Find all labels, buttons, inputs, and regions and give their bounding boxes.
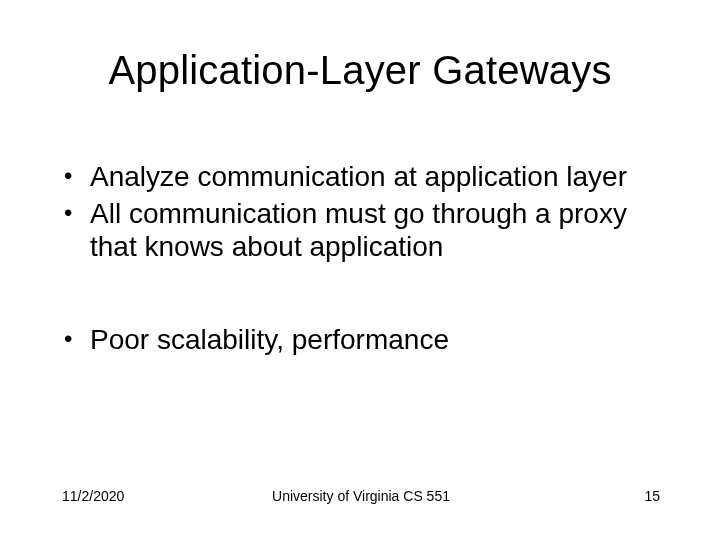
slide: Application-Layer Gateways Analyze commu… — [0, 0, 720, 540]
footer-page-number: 15 — [644, 488, 660, 504]
bullet-item: Poor scalability, performance — [62, 323, 660, 356]
slide-footer: 11/2/2020 University of Virginia CS 551 … — [62, 488, 660, 504]
slide-title: Application-Layer Gateways — [0, 48, 720, 93]
bullet-gap — [62, 267, 660, 323]
footer-center: University of Virginia CS 551 — [62, 488, 660, 504]
bullet-item: Analyze communication at application lay… — [62, 160, 660, 193]
bullet-list-1: Analyze communication at application lay… — [62, 160, 660, 263]
bullet-list-2: Poor scalability, performance — [62, 323, 660, 356]
bullet-item: All communication must go through a prox… — [62, 197, 660, 263]
slide-body: Analyze communication at application lay… — [62, 160, 660, 360]
footer-date: 11/2/2020 — [62, 488, 124, 504]
